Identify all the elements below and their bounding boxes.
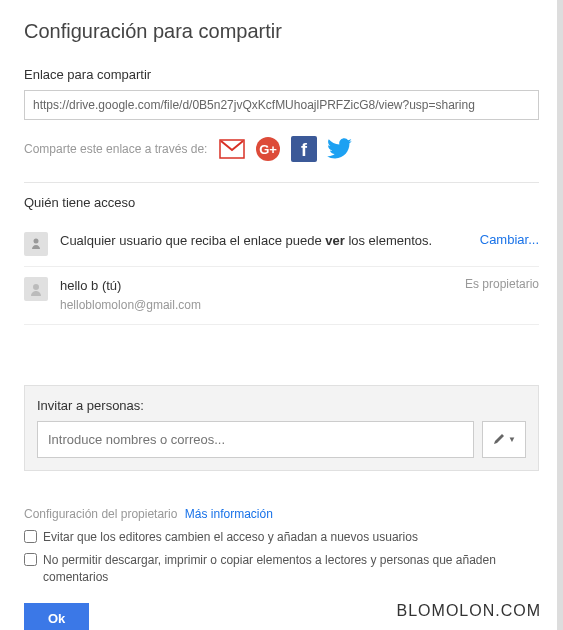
prevent-editors-checkbox[interactable] — [24, 530, 37, 543]
access-heading: Quién tiene acceso — [24, 195, 539, 210]
link-label: Enlace para compartir — [24, 67, 539, 82]
disable-download-checkbox[interactable] — [24, 553, 37, 566]
svg-point-6 — [33, 284, 39, 290]
prevent-editors-checkbox-row[interactable]: Evitar que los editores cambien el acces… — [24, 529, 539, 546]
watermark-text: BLOMOLON.COM — [397, 602, 541, 620]
dialog-title: Configuración para compartir — [24, 20, 539, 43]
access-public-row: Cualquier usuario que reciba el enlace p… — [24, 222, 539, 267]
invite-input[interactable] — [37, 421, 474, 458]
more-info-link[interactable]: Más información — [185, 507, 273, 521]
ok-button[interactable]: Ok — [24, 603, 89, 630]
owner-name: hello b (tú) — [60, 277, 465, 295]
access-public-text: Cualquier usuario que reciba el enlace p… — [60, 232, 480, 250]
pencil-icon — [492, 432, 506, 446]
invite-label: Invitar a personas: — [37, 398, 526, 413]
disable-download-checkbox-row[interactable]: No permitir descargar, imprimir o copiar… — [24, 552, 539, 586]
chevron-down-icon: ▼ — [508, 435, 516, 444]
owner-settings-heading: Configuración del propietario Más inform… — [24, 507, 539, 521]
facebook-icon[interactable]: f — [291, 136, 317, 162]
googleplus-icon[interactable]: G+ — [255, 136, 281, 162]
share-link-input[interactable] — [24, 90, 539, 120]
twitter-icon[interactable] — [327, 136, 353, 162]
owner-info: hello b (tú) helloblomolon@gmail.com — [60, 277, 465, 314]
owner-role: Es propietario — [465, 277, 539, 291]
share-via-text: Comparte este enlace a través de: — [24, 142, 207, 156]
divider — [24, 182, 539, 183]
svg-text:G+: G+ — [260, 142, 278, 157]
gmail-icon[interactable] — [219, 136, 245, 162]
invite-section: Invitar a personas: ▼ — [24, 385, 539, 471]
user-avatar-icon — [24, 277, 48, 301]
link-access-icon — [24, 232, 48, 256]
owner-email: helloblomolon@gmail.com — [60, 297, 465, 314]
invite-permission-button[interactable]: ▼ — [482, 421, 526, 458]
access-owner-row: hello b (tú) helloblomolon@gmail.com Es … — [24, 267, 539, 325]
sharing-dialog: Configuración para compartir Enlace para… — [0, 0, 563, 491]
change-access-link[interactable]: Cambiar... — [480, 232, 539, 247]
svg-text:f: f — [301, 140, 308, 160]
svg-point-5 — [34, 239, 39, 244]
scrollbar[interactable] — [557, 0, 563, 630]
share-via-row: Comparte este enlace a través de: G+ f — [24, 136, 539, 162]
